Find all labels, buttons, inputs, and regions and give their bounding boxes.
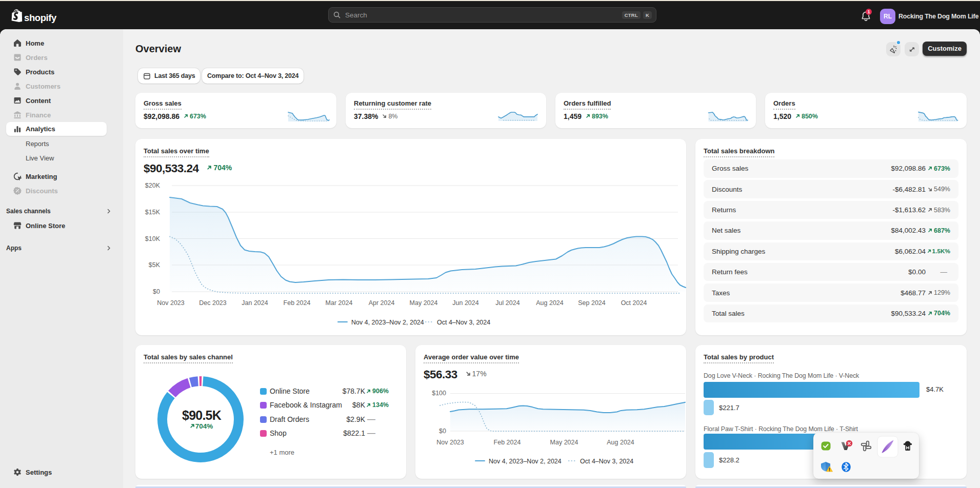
- svg-text:704%: 704%: [195, 422, 213, 430]
- svg-text:Aug 2024: Aug 2024: [607, 439, 634, 446]
- svg-text:$0: $0: [439, 428, 446, 435]
- svg-text:Oct 4–Nov 3, 2024: Oct 4–Nov 3, 2024: [580, 458, 633, 465]
- svg-text:Jun 2024: Jun 2024: [452, 299, 478, 307]
- svg-text:$5K: $5K: [149, 261, 161, 269]
- svg-text:$15K: $15K: [145, 209, 161, 216]
- svg-text:Mar 2024: Mar 2024: [326, 299, 353, 307]
- svg-text:Jan 2024: Jan 2024: [242, 299, 268, 307]
- svg-text:Nov 2023: Nov 2023: [157, 299, 185, 307]
- svg-text:May 2024: May 2024: [410, 299, 438, 307]
- svg-text:shopify: shopify: [24, 12, 57, 23]
- svg-text:Nov 4, 2023–Nov 2, 2024: Nov 4, 2023–Nov 2, 2024: [489, 458, 562, 465]
- svg-text:May 2024: May 2024: [550, 439, 578, 446]
- svg-text:Nov 4, 2023–Nov 2, 2024: Nov 4, 2023–Nov 2, 2024: [351, 319, 424, 326]
- svg-text:$10K: $10K: [145, 235, 161, 242]
- svg-text:Oct 4–Nov 3, 2024: Oct 4–Nov 3, 2024: [437, 319, 490, 326]
- svg-text:Jul 2024: Jul 2024: [495, 299, 519, 307]
- svg-text:Feb 2024: Feb 2024: [494, 439, 521, 446]
- svg-text:Aug 2024: Aug 2024: [536, 299, 564, 307]
- svg-text:$0: $0: [153, 288, 160, 295]
- svg-text:Apr 2024: Apr 2024: [369, 299, 395, 307]
- svg-text:$90.5K: $90.5K: [182, 408, 222, 422]
- svg-text:Feb 2024: Feb 2024: [284, 299, 311, 307]
- svg-text:Nov 2023: Nov 2023: [436, 439, 464, 446]
- svg-text:Sep 2024: Sep 2024: [578, 299, 606, 307]
- svg-text:$100: $100: [432, 390, 446, 397]
- svg-text:$20K: $20K: [145, 182, 161, 189]
- svg-text:Dec 2023: Dec 2023: [199, 299, 227, 307]
- svg-text:Oct 2024: Oct 2024: [621, 299, 647, 307]
